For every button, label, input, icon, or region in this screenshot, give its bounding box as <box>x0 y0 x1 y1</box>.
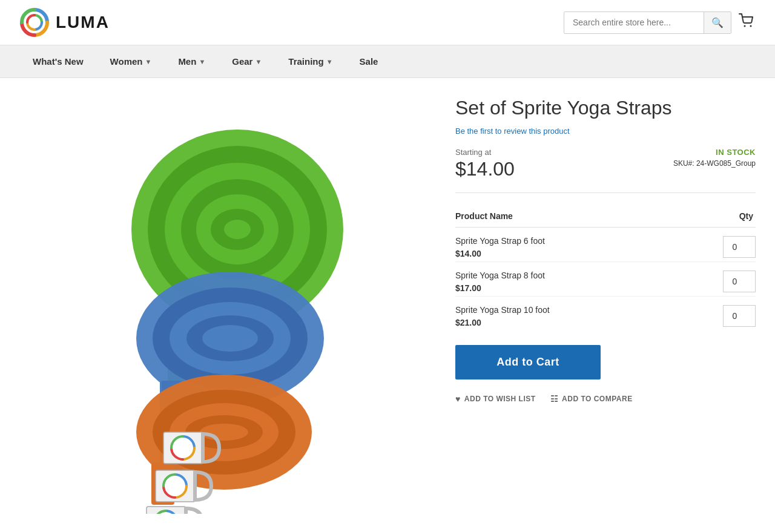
main-content: Set of Sprite Yoga Straps Be the first t… <box>0 78 775 532</box>
product-item-name: Sprite Yoga Strap 8 foot <box>455 271 678 280</box>
qty-input[interactable] <box>723 236 756 258</box>
nav-item-sale[interactable]: Sale <box>346 45 392 77</box>
chevron-down-icon: ▼ <box>326 58 333 65</box>
logo-area[interactable]: LUMA <box>19 7 110 38</box>
product-image <box>19 96 431 520</box>
qty-input[interactable] <box>723 305 756 327</box>
nav-item-women[interactable]: Women ▼ <box>97 45 165 77</box>
table-header-name: Product Name <box>455 205 678 228</box>
nav-item-whats-new[interactable]: What's New <box>19 45 97 77</box>
price-stock-row: Starting at $14.00 IN STOCK SKU#: 24-WG0… <box>455 148 756 180</box>
table-row: Sprite Yoga Strap 6 foot$14.00 <box>455 228 756 262</box>
actions-row: ♥ ADD TO WISH LIST ☷ ADD TO COMPARE <box>455 394 756 404</box>
product-item-price: $17.00 <box>455 283 481 293</box>
search-button[interactable]: 🔍 <box>704 12 731 33</box>
svg-point-1 <box>744 25 746 27</box>
logo-text: LUMA <box>56 13 110 32</box>
product-image-area <box>19 96 431 520</box>
product-item-name: Sprite Yoga Strap 10 foot <box>455 305 678 315</box>
product-table: Product Name Qty Sprite Yoga Strap 6 foo… <box>455 205 756 330</box>
sku: SKU#: 24-WG085_Group <box>673 159 756 168</box>
nav-item-training[interactable]: Training ▼ <box>275 45 346 77</box>
add-to-wish-list-link[interactable]: ♥ ADD TO WISH LIST <box>455 394 536 404</box>
table-row: Sprite Yoga Strap 10 foot$21.00 <box>455 297 756 331</box>
cart-button[interactable] <box>739 13 756 31</box>
product-name-cell: Sprite Yoga Strap 10 foot$21.00 <box>455 297 678 331</box>
product-qty-cell <box>678 297 756 331</box>
svg-point-9 <box>224 220 251 239</box>
qty-input[interactable] <box>723 271 756 292</box>
heart-icon: ♥ <box>455 394 461 404</box>
stock-status: IN STOCK <box>673 148 756 157</box>
divider <box>455 192 756 193</box>
header: LUMA 🔍 <box>0 0 775 45</box>
stock-sku-area: IN STOCK SKU#: 24-WG085_Group <box>673 148 756 168</box>
product-qty-cell <box>678 228 756 262</box>
chevron-down-icon: ▼ <box>145 58 151 65</box>
search-bar: 🔍 <box>564 11 731 34</box>
product-details: Set of Sprite Yoga Straps Be the first t… <box>455 96 756 520</box>
product-qty-cell <box>678 262 756 297</box>
table-header-qty: Qty <box>678 205 756 228</box>
product-price: $14.00 <box>455 158 515 180</box>
chevron-down-icon: ▼ <box>199 58 205 65</box>
nav-item-gear[interactable]: Gear ▼ <box>219 45 275 77</box>
starting-at-label: Starting at <box>455 148 515 157</box>
product-item-price: $14.00 <box>455 249 481 258</box>
add-to-cart-button[interactable]: Add to Cart <box>455 345 601 379</box>
price-area: Starting at $14.00 <box>455 148 515 180</box>
add-to-compare-link[interactable]: ☷ ADD TO COMPARE <box>550 394 633 404</box>
product-item-name: Sprite Yoga Strap 6 foot <box>455 236 678 246</box>
compare-icon: ☷ <box>550 394 559 404</box>
svg-point-23 <box>200 424 248 441</box>
review-link[interactable]: Be the first to review this product <box>455 126 756 136</box>
search-input[interactable] <box>564 13 704 32</box>
nav-item-men[interactable]: Men ▼ <box>165 45 219 77</box>
product-item-price: $21.00 <box>455 318 481 327</box>
product-name-cell: Sprite Yoga Strap 8 foot$17.00 <box>455 262 678 297</box>
svg-point-2 <box>750 25 752 27</box>
chevron-down-icon: ▼ <box>255 58 262 65</box>
header-right: 🔍 <box>564 11 756 34</box>
luma-logo-icon <box>19 7 50 38</box>
cart-icon <box>739 13 756 28</box>
product-name-cell: Sprite Yoga Strap 6 foot$14.00 <box>455 228 678 262</box>
table-row: Sprite Yoga Strap 8 foot$17.00 <box>455 262 756 297</box>
product-title: Set of Sprite Yoga Straps <box>455 96 756 119</box>
main-nav: What's New Women ▼ Men ▼ Gear ▼ Training… <box>0 45 775 78</box>
svg-point-16 <box>202 325 258 352</box>
product-image-icon <box>74 102 377 514</box>
